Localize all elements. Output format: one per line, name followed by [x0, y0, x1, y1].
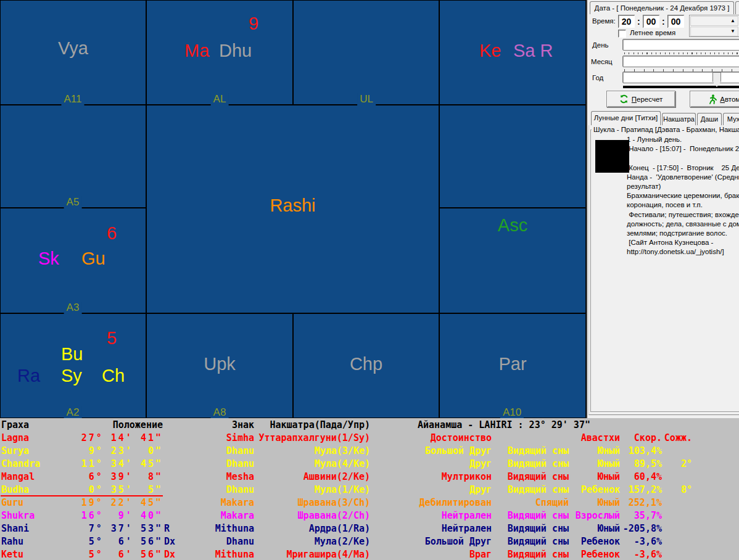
timezone-spinner: ▲ ▼ — [689, 15, 739, 37]
year-slider-thumb[interactable] — [712, 72, 721, 87]
moon-phase-image — [595, 140, 629, 173]
cell-pos: 19° 22' 45" — [80, 497, 163, 508]
planet-moon: Ch — [102, 366, 125, 386]
spin-up-button[interactable]: ▲ — [690, 16, 738, 26]
cell-sleep: Видящий сны — [493, 484, 569, 495]
planet-sun: Sy — [61, 366, 82, 386]
table-header-row: ГрахаПоложениеЗнакНакшатра(Пада/Упр)Айан… — [0, 419, 739, 432]
cell-sign: Mithuna — [185, 523, 254, 534]
table-row-lagna[interactable]: Lagna27° 14' 41"SimhaУттарапхалгуни(1/Sy… — [0, 432, 739, 445]
time-seconds-input[interactable] — [667, 15, 684, 28]
cell-nak: Шравана(3/Ch) — [256, 497, 370, 508]
cell-speed: -205,8% — [621, 523, 662, 534]
cell-nak: Мригашира(4/Ma) — [256, 549, 370, 560]
date-title: Дата - [ Понедельник - 24 Декабря 1973 ] — [595, 4, 730, 12]
spin-down-button[interactable]: ▼ — [690, 27, 738, 36]
table-row-mangal[interactable]: Mangal 6° 39' 8"MeshaАшвини(2/Ke)Мултрик… — [0, 471, 739, 484]
time-colon-2: : — [662, 17, 665, 27]
table-row-guru[interactable]: Guru19° 22' 45"MakaraШравана(3/Ch)Дебили… — [0, 497, 739, 510]
house-cell-right-mid — [439, 105, 586, 208]
table-row-chandra[interactable]: Chandra11° 34' 45"DhanuМула(4/Ke)ДругВид… — [0, 458, 739, 471]
cell-dig: Достоинство — [373, 432, 492, 443]
day-slider-ticks — [624, 52, 739, 54]
cell-age: Юный — [571, 471, 620, 482]
ascendant-label: Asc — [439, 215, 586, 236]
tab-tithi[interactable]: Лунные дни [Титхи] — [591, 111, 661, 125]
cell-nak: Ашвини(2/Ke) — [256, 471, 370, 482]
cell-name: Ketu — [1, 549, 69, 560]
rashi-chart: Vya 9 Ma Dhu Ke Sa R 6 Sk Gu Rashi Asc 5… — [0, 0, 586, 418]
table-row-ketu[interactable]: Ketu 5° 6' 56"DxMithunaМригашира(4/Ma)Вр… — [0, 549, 739, 560]
cell-pos: 16° 9' 40" — [80, 510, 163, 521]
combust-underline — [1, 495, 163, 496]
year-slider[interactable] — [622, 72, 739, 83]
cell-nak: Накшатра(Пада/Упр) — [256, 419, 370, 430]
cell-name: Rahu — [1, 536, 69, 547]
settings-panel: Дата - [ Понедельник - 24 Декабря 1973 ]… — [586, 0, 739, 418]
year-progress-bar — [623, 86, 739, 88]
planet-mercury: Bu — [61, 344, 83, 364]
cell-age: Ребенок — [571, 549, 620, 560]
cell-pos: Положение — [80, 419, 163, 430]
month-slider[interactable] — [622, 56, 739, 67]
cell-cmb: 2° — [658, 458, 692, 469]
cell-dig: Враг — [373, 549, 492, 560]
tab-dashi[interactable]: Даши — [697, 113, 722, 125]
cell-name: Mangal — [1, 471, 69, 482]
tithi-description-text: 1 - Лунный день. Начало - [15:07] - Поне… — [627, 135, 739, 410]
time-minutes-input[interactable] — [643, 15, 659, 28]
table-row-shukra[interactable]: Shukra16° 9' 40"MakaraШравана(2/Ch)Нейтр… — [0, 510, 739, 523]
table-row-surya[interactable]: Surya 9° 23' 0"DhanuМула(3/Ke)Большой Др… — [0, 445, 739, 458]
dst-checkbox[interactable] — [618, 30, 626, 38]
planet-table: ГрахаПоложениеЗнакНакшатра(Пада/Упр)Айан… — [0, 418, 739, 560]
recalculate-button[interactable]: Пересчет — [606, 91, 675, 107]
date-tab[interactable]: Дата - [ Понедельник - 24 Декабря 1973 ] — [590, 1, 734, 14]
cell-name: Shani — [1, 523, 69, 534]
auto-button[interactable]: Автома — [690, 91, 739, 107]
house-label-a10: A10 — [500, 406, 524, 418]
recalc-recycle-icon — [619, 94, 629, 104]
cell-speed: 35,7% — [621, 510, 662, 521]
house-label-a5: A5 — [64, 196, 82, 208]
cell-name: Lagna — [1, 432, 69, 443]
time-hours-input[interactable] — [618, 15, 635, 28]
cell-sleep: Видящий сны — [493, 471, 569, 482]
table-row-budha[interactable]: Budha 0° 35' 5"DhanuМула(1/Ke)ДругВидящи… — [0, 484, 739, 497]
cell-name: Shukra — [1, 510, 69, 521]
cell-speed: -3,6% — [621, 536, 662, 547]
house-label-a3: A3 — [64, 302, 82, 314]
cell-sleep: Видящий сны — [493, 536, 569, 547]
cell-sleep: Видящий сны — [493, 523, 569, 534]
day-slider[interactable] — [622, 39, 739, 51]
tab-nakshatra[interactable]: Накшатра — [662, 113, 696, 125]
tab-muhurta[interactable]: Мух — [723, 113, 739, 125]
cell-sign: Dhanu — [185, 484, 254, 495]
cell-name: Surya — [1, 445, 69, 456]
cell-age: Авастхи — [571, 432, 620, 443]
house-cell-a3 — [0, 208, 146, 313]
cell-sign: Simha — [185, 432, 254, 443]
cell-nak: Шравана(2/Ch) — [256, 510, 370, 521]
house-number-6: 6 — [107, 223, 117, 244]
table-row-rahu[interactable]: Rahu 5° 6' 56"DxDhanuМула(2/Ke)Большой Д… — [0, 536, 739, 549]
month-label: Месяц — [591, 58, 613, 65]
cell-pos: 5° 6' 56" — [80, 536, 163, 547]
cell-cmb: 8° — [658, 484, 692, 495]
day-label: День — [592, 41, 609, 49]
planet-venus: Sk — [38, 249, 59, 269]
cell-sign: Dhanu — [185, 445, 254, 456]
cell-pos: 9° 23' 0" — [80, 445, 163, 456]
cell-sign: Dhanu — [185, 536, 254, 547]
cell-speed: 252,1% — [621, 497, 662, 508]
house-label-a11: A11 — [62, 93, 85, 105]
house-number-5: 5 — [107, 328, 117, 348]
chart-title: Rashi — [146, 196, 439, 216]
cell-speed: 103,4% — [621, 445, 662, 456]
cell-speed: 157,2% — [621, 484, 662, 495]
table-row-shani[interactable]: Shani 7° 37' 53"RMithunaАрдра(1/Ra)Нейтр… — [0, 523, 739, 536]
cell-age: Юный — [571, 445, 620, 456]
cell-speed: -3,6% — [621, 549, 662, 560]
cell-pos: 27° 14' 41" — [80, 432, 163, 443]
cell-age: Ребенок — [571, 536, 620, 547]
cell-age: Юный — [571, 497, 620, 508]
